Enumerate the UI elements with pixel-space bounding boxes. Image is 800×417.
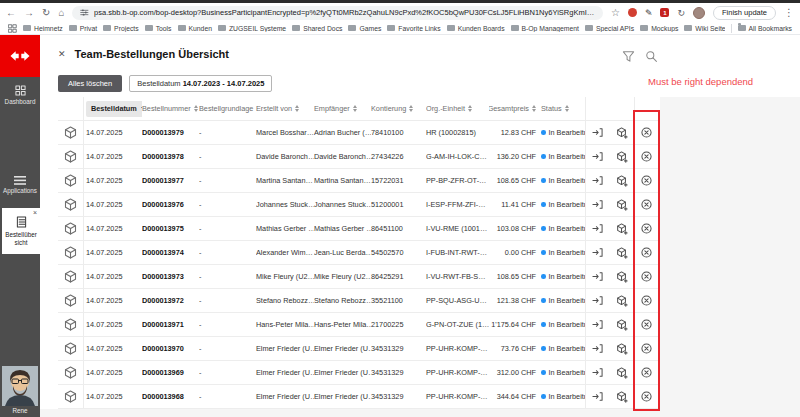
bookmark-star-icon[interactable]: ☆ [611,8,620,18]
assign-order-icon[interactable] [592,175,603,186]
finish-update-button[interactable]: Finish update [713,6,776,20]
close-icon[interactable]: × [33,209,37,217]
browser-profile-avatar[interactable] [693,7,705,19]
table-row[interactable]: 14.07.2025 D000013976 - Johannes Stuck… … [58,193,658,217]
assign-order-icon[interactable] [592,199,603,210]
cell-empfaenger: Stefano Rebozz… [314,289,371,312]
bookmark-item[interactable]: Heimnetz [23,25,63,32]
close-page-icon[interactable]: ✕ [58,49,66,59]
table-body: 14.07.2025 D000013979 - Marcel Bosshar… … [58,121,658,409]
extensions-icon[interactable]: ↻ [677,8,685,18]
bookmark-item[interactable]: Special APIs [585,25,634,32]
table-row[interactable]: 14.07.2025 D000013971 - Hans-Peter Mila…… [58,313,658,337]
reload-icon[interactable]: ↻ [42,8,50,18]
bookmark-item[interactable]: Kunden [178,25,212,32]
reorder-package-icon[interactable] [616,367,628,379]
all-bookmarks-button[interactable]: All Bookmarks [738,25,792,32]
assign-order-icon[interactable] [592,367,603,378]
cell-bestellnummer: D000013969 [142,361,199,384]
back-icon[interactable]: ← [6,8,16,18]
reorder-package-icon[interactable] [616,127,628,139]
column-header-empfaenger[interactable]: Empfänger [314,97,371,120]
folder-icon [103,25,111,31]
date-filter-chip[interactable]: Bestelldatum 14.07.2023 - 14.07.2025 [129,75,272,92]
table-row[interactable]: 14.07.2025 D000013968 - Elmer Frieder (U… [58,385,658,409]
extension-pen-icon[interactable]: ✎ [645,8,653,18]
assign-order-icon[interactable] [592,151,603,162]
clear-filters-button[interactable]: Alles löschen [58,75,122,92]
reorder-package-icon[interactable] [616,319,628,331]
package-icon [64,366,77,379]
assign-order-icon[interactable] [592,271,603,282]
reorder-package-icon[interactable] [616,247,628,259]
table-row[interactable]: 14.07.2025 D000013975 - Mathias Gerber …… [58,217,658,241]
bookmark-item[interactable]: Privat [69,25,97,32]
reorder-package-icon[interactable] [616,271,628,283]
column-header-status[interactable]: Status [541,97,585,120]
assign-order-icon[interactable] [592,343,603,354]
cell-bestelldatum: 14.07.2025 [84,193,142,216]
reorder-package-icon[interactable] [616,295,628,307]
filter-funnel-icon[interactable] [622,50,635,63]
bookmark-item[interactable]: Shared Docs [292,25,342,32]
cell-bestellnummer: D000013975 [142,217,199,240]
table-row[interactable]: 14.07.2025 D000013979 - Marcel Bosshar… … [58,121,658,145]
search-icon[interactable] [645,50,658,63]
site-settings-icon[interactable] [80,8,89,17]
bookmark-item[interactable]: Tools [145,25,172,32]
status-dot-icon [541,394,546,399]
assign-order-icon[interactable] [592,391,603,402]
assign-order-icon[interactable] [592,319,603,330]
assign-order-icon[interactable] [592,223,603,234]
table-row[interactable]: 14.07.2025 D000013974 - Alexander Wim… J… [58,241,658,265]
address-bar[interactable]: psa.sbb.b-op.com/bop-desktop?BusinessPar… [72,6,602,20]
reorder-package-icon[interactable] [616,343,628,355]
bookmark-item[interactable]: ZUGSEIL Systeme [218,25,286,32]
column-header-bestellnummer[interactable]: Bestellnummer [142,97,199,120]
bookmark-item[interactable]: Games [348,25,381,32]
table-row[interactable]: 14.07.2025 D000013969 - Elmer Frieder (U… [58,361,658,385]
reorder-package-icon[interactable] [616,151,628,163]
cell-kontierung: 86451100 [371,217,426,240]
folder-icon [218,25,226,31]
home-icon[interactable]: ⌂ [58,8,64,18]
column-header-bestelldatum[interactable]: Bestelldatum [86,101,142,117]
column-header-bestellgrundlage[interactable]: Bestellgrundlage [199,97,256,120]
bookmark-item[interactable]: Wiki Seiten [684,25,724,32]
table-row[interactable]: 14.07.2025 D000013970 - Elmer Frieder (U… [58,337,658,361]
sidebar-user[interactable]: Rene [2,366,38,417]
browser-window: ← → ↻ ⌂ psa.sbb.b-op.com/bop-desktop?Bus… [0,0,800,417]
bookmark-item[interactable]: Favorite Links [387,25,440,32]
bookmark-label: Special APIs [596,25,634,32]
column-header-kontierung[interactable]: Kontierung [371,97,426,120]
reorder-package-icon[interactable] [616,199,628,211]
bookmark-item[interactable]: Mockups [640,25,678,32]
tab-groups-icon[interactable] [8,24,17,33]
table-row[interactable]: 14.07.2025 D000013977 - Martina Santan… … [58,169,658,193]
bookmark-item[interactable]: Kunden Boards [447,25,505,32]
table-row[interactable]: 14.07.2025 D000013972 - Stefano Rebozz… … [58,289,658,313]
bookmark-list: Heimnetz Privat Projects Tools Kunden ZU… [23,25,725,32]
assign-order-icon[interactable] [592,247,603,258]
extension-acrobat-icon[interactable]: 1 [660,8,669,17]
column-header-erstellt-von[interactable]: Erstellt von [256,97,314,120]
browser-menu-icon[interactable]: ⋮ [784,8,794,18]
assign-order-icon[interactable] [592,127,603,138]
sidebar-item-dashboard[interactable]: Dashboard [0,85,40,106]
table-row[interactable]: 14.07.2025 D000013978 - Davide Baronch… … [58,145,658,169]
column-header-org-einheit[interactable]: Org.-Einheit [426,97,489,120]
column-header-gesamtpreis[interactable]: Gesamtpreis [489,97,541,120]
sidebar-item-bestelluebersicht[interactable]: × Bestellübersicht [2,208,40,254]
cell-bestellnummer: D000013973 [142,265,199,288]
table-row[interactable]: 14.07.2025 D000013973 - Mike Fleury (U2…… [58,265,658,289]
bookmark-item[interactable]: B-Op Management [511,25,579,32]
reorder-package-icon[interactable] [616,391,628,403]
sidebar-item-applications[interactable]: Applications [0,176,40,195]
assign-order-icon[interactable] [592,295,603,306]
forward-icon[interactable]: → [24,8,34,18]
reorder-package-icon[interactable] [616,223,628,235]
status-badge: In Bearbeitung [541,289,585,312]
reorder-package-icon[interactable] [616,175,628,187]
bookmark-item[interactable]: Projects [103,25,139,32]
extension-red-circle-icon[interactable] [628,8,637,17]
